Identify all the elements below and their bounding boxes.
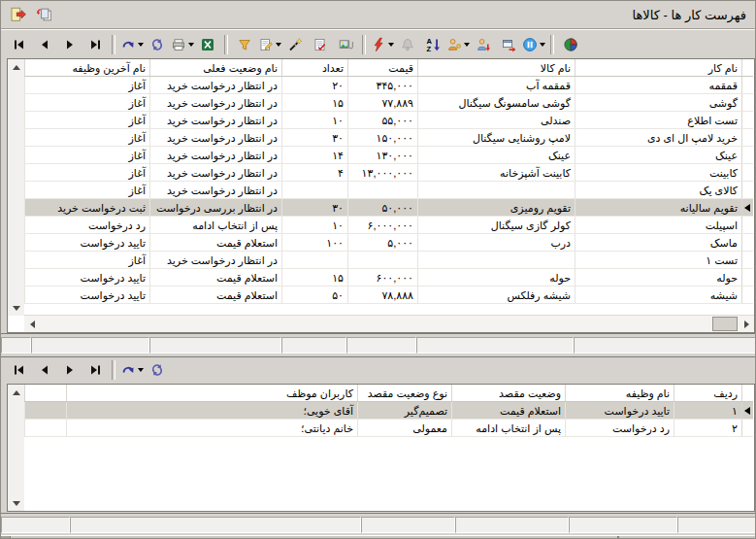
cell-quantity[interactable]: ۲۰ [282, 77, 348, 94]
cell-last-step[interactable]: تایید درخواست [25, 234, 150, 252]
cell-task-name[interactable]: تقویم سالیانه [575, 199, 742, 217]
cell-row-number[interactable]: ۲ [674, 420, 742, 437]
cell-step-name[interactable]: تایید درخواست [566, 402, 674, 420]
cell-last-step[interactable]: رد درخواست [25, 217, 150, 234]
cell-price[interactable]: ۵۰,۰۰۰ [348, 199, 418, 217]
cell-last-step[interactable]: آغاز [25, 252, 150, 269]
switch-form-button[interactable] [36, 6, 53, 23]
detail-go-first-button[interactable] [7, 358, 32, 382]
cell-task-name[interactable]: تست ۱ [575, 252, 742, 269]
column-header-last-step[interactable]: نام آخرین وظیفه [25, 59, 150, 77]
detail-redo-action-button[interactable] [119, 358, 145, 382]
tasks-vertical-scrollbar[interactable] [8, 59, 25, 316]
cell-current-status[interactable]: در انتظار درخواست خرید [150, 164, 282, 182]
cell-item-name[interactable]: تقویم رومیزی [418, 199, 575, 217]
steps-vertical-scrollbar[interactable] [8, 385, 25, 511]
cell-price[interactable]: ۱۵۰,۰۰۰ [348, 129, 418, 147]
detail-go-next-button[interactable] [57, 358, 82, 382]
cell-task-name[interactable]: قمقمه [575, 77, 742, 94]
cell-assigned-users[interactable]: آقای خویی؛ [67, 402, 358, 420]
cell-quantity[interactable]: ۴ [282, 164, 348, 182]
cell-target-status-type[interactable]: معمولی [358, 420, 452, 437]
cell-last-step[interactable]: آغاز [25, 147, 150, 164]
cell-target-status[interactable]: پس از انتخاب ادامه [452, 420, 566, 437]
cell-item-name[interactable]: درب [418, 234, 575, 252]
cell-last-step[interactable]: آغاز [25, 129, 150, 147]
attachment-button[interactable] [333, 33, 358, 56]
cell-task-name[interactable]: حوله [575, 269, 742, 286]
redo-action-button[interactable] [119, 33, 145, 56]
cell-quantity[interactable]: ۱۴ [282, 147, 348, 164]
cell-price[interactable]: ۷۸,۸۸۸ [348, 286, 418, 304]
cell-step-name[interactable]: رد درخواست [566, 420, 674, 437]
go-previous-button[interactable] [32, 33, 57, 56]
table-row[interactable]: خرید لامپ ال ای دیلامپ روشنایی سیگنال۱۵۰… [25, 129, 753, 147]
cell-quantity[interactable]: ۱۰ [282, 217, 348, 234]
cell-task-name[interactable]: عینک [575, 147, 742, 164]
cell-quantity[interactable]: ۵۰ [282, 286, 348, 304]
column-header-target-status[interactable]: وضعیت مقصد [452, 385, 566, 402]
cell-current-status[interactable]: در انتظار درخواست خرید [150, 77, 282, 94]
suspend-button[interactable] [521, 33, 546, 56]
execute-task-button[interactable] [370, 33, 395, 56]
send-to-window-button[interactable] [496, 33, 521, 56]
cell-last-step[interactable]: آغاز [25, 94, 150, 112]
cell-last-step[interactable]: آغاز [25, 182, 150, 199]
cell-item-name[interactable]: عینک [418, 147, 575, 164]
cell-current-status[interactable]: پس از انتخاب ادامه [150, 217, 282, 234]
cell-item-name[interactable]: قمقمه آب [418, 77, 575, 94]
cell-quantity[interactable]: ۳۰ [282, 129, 348, 147]
scroll-thumb[interactable] [712, 317, 738, 331]
table-row[interactable]: ماسکدرب۵,۰۰۰۱۰۰استعلام قیمتتایید درخواست [25, 234, 753, 252]
cell-item-name[interactable]: گوشی سامسونگ سیگنال [418, 94, 575, 112]
cell-item-name[interactable]: کابینت آشپزخانه [418, 164, 575, 182]
edit-record-button[interactable] [257, 33, 282, 56]
filter-button[interactable] [232, 33, 257, 56]
column-header-assigned-users[interactable]: کاربران موظف [67, 385, 358, 402]
cell-task-name[interactable]: کابینت [575, 164, 742, 182]
cell-task-name[interactable]: ماسک [575, 234, 742, 252]
scroll-track[interactable] [8, 400, 24, 495]
tasks-horizontal-scrollbar[interactable] [24, 315, 754, 332]
exit-form-button[interactable] [10, 6, 27, 23]
cell-item-name[interactable]: حوله [418, 269, 575, 286]
cell-current-status[interactable]: در انتظار درخواست خرید [150, 182, 282, 199]
checklist-button[interactable] [308, 33, 333, 56]
column-header-price[interactable]: قیمت [348, 59, 418, 77]
print-button[interactable] [170, 33, 195, 56]
go-next-button[interactable] [57, 33, 82, 56]
column-header-step-name[interactable]: نام وظیفه [566, 385, 674, 402]
export-excel-button[interactable] [195, 33, 220, 56]
cell-item-name[interactable]: لامپ روشنایی سیگنال [418, 129, 575, 147]
cell-price[interactable]: ۷۷,۸۸۹ [348, 94, 418, 112]
cell-last-step[interactable]: آغاز [25, 112, 150, 129]
cell-assigned-users[interactable]: خانم دیانتی؛ [67, 420, 358, 437]
chart-button[interactable] [558, 33, 583, 56]
cell-quantity[interactable] [282, 252, 348, 269]
cell-task-name[interactable]: تست اطلاع [575, 112, 742, 129]
cell-last-step[interactable]: آغاز [25, 77, 150, 94]
scroll-up-button[interactable] [8, 385, 24, 400]
cell-price[interactable]: ۵۵,۰۰۰ [348, 112, 418, 129]
column-header-current-status[interactable]: نام وضعیت فعلی [150, 59, 282, 77]
table-row[interactable]: عینکعینک۱۳۰,۰۰۰۱۴در انتظار درخواست خریدآ… [25, 147, 753, 164]
scroll-down-button[interactable] [8, 300, 24, 316]
cell-quantity[interactable]: ۱۰ [282, 112, 348, 129]
table-row[interactable]: گوشیگوشی سامسونگ سیگنال۷۷,۸۸۹۱۵در انتظار… [25, 94, 753, 112]
cell-task-name[interactable]: خرید لامپ ال ای دی [575, 129, 742, 147]
column-header-row-number[interactable]: ردیف [674, 385, 742, 402]
cell-last-step[interactable]: ثبت درخواست خرید [25, 199, 150, 217]
cell-price[interactable]: ۶,۰۰۰,۰۰۰ [348, 217, 418, 234]
cell-task-name[interactable]: گوشی [575, 94, 742, 112]
table-row[interactable]: ۱تایید درخواستاستعلام قیمتتصمیم‌گیرآقای … [25, 402, 753, 420]
go-last-button[interactable] [82, 33, 108, 56]
cell-row-number[interactable]: ۱ [674, 402, 742, 420]
bottom-scroll-strip[interactable] [1, 535, 755, 539]
cell-quantity[interactable]: ۱۵ [282, 94, 348, 112]
scroll-up-button[interactable] [8, 59, 24, 75]
cell-current-status[interactable]: در انتظار درخواست خرید [150, 147, 282, 164]
cell-last-step[interactable]: آغاز [25, 164, 150, 182]
cell-item-name[interactable]: کولر گازی سیگنال [418, 217, 575, 234]
cell-price[interactable]: ۶۰۰,۰۰۰ [348, 269, 418, 286]
scroll-right-button[interactable] [739, 316, 754, 332]
